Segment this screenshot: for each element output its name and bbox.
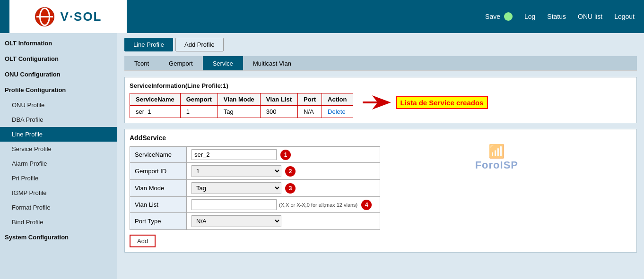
header-right: Save Log Status ONU list Logout [485, 12, 635, 21]
col-port: Port [298, 93, 322, 106]
sub-tab-gemport[interactable]: Gemport [159, 56, 203, 70]
cell-port: N/A [298, 106, 322, 118]
sidebar-item-onu-profile[interactable]: ONU Profile [0, 98, 117, 112]
arrow-icon [363, 95, 391, 110]
sidebar-item-service-profile[interactable]: Service Profile [0, 142, 117, 156]
onu-list-link[interactable]: ONU list [578, 13, 602, 20]
vsol-logo-icon [34, 6, 55, 27]
form-row-service-name: ServiceName 1 [130, 147, 380, 163]
sidebar-item-line-profile[interactable]: Line Profile [0, 127, 117, 142]
vlan-mode-select[interactable]: TagUntagTransparent [191, 182, 281, 194]
add-service-title: AddService [130, 134, 632, 142]
col-gemport: Gemport [180, 93, 218, 106]
service-name-input[interactable] [191, 149, 277, 160]
sidebar-item-pri-profile[interactable]: Pri Profile [0, 171, 117, 186]
cell-service-name: ser_1 [130, 106, 181, 118]
add-service-section: 📶 ForoISP AddService ServiceName 1 [124, 129, 637, 253]
label-vlan-mode: Vlan Mode [130, 180, 187, 197]
log-link[interactable]: Log [524, 13, 535, 20]
step-badge-1: 1 [280, 150, 291, 160]
sub-tab-multicast-vlan[interactable]: Multicast Vlan [243, 56, 301, 70]
cell-vlan-mode: Tag [218, 106, 260, 118]
label-vlan-list: Vlan List [130, 197, 187, 213]
cell-vlan-list: 300 [260, 106, 297, 118]
save-label[interactable]: Save [485, 13, 500, 20]
sub-tab-service[interactable]: Service [203, 56, 243, 70]
step-badge-2: 2 [285, 166, 296, 177]
label-port-type: Port Type [130, 213, 187, 230]
sidebar-item-bind-profile[interactable]: Bind Profile [0, 215, 117, 229]
add-button[interactable]: Add [130, 235, 156, 247]
delete-link[interactable]: Delete [328, 108, 346, 115]
watermark-text: ForoISP [475, 159, 518, 171]
service-info-table: ServiceName Gemport Vlan Mode Vlan List … [130, 93, 353, 118]
top-tab-bar: Line Profile Add Profile [124, 38, 637, 51]
sidebar-item-alarm-profile[interactable]: Alarm Profile [0, 156, 117, 171]
sidebar-item-olt-configuration[interactable]: OLT Configuration [0, 51, 117, 67]
step-badge-4: 4 [361, 200, 372, 210]
form-row-vlan-mode: Vlan Mode TagUntagTransparent 3 [130, 180, 380, 197]
gemport-id-select[interactable]: 1234 [191, 165, 281, 177]
form-row-gemport-id: Gemport ID 1234 2 [130, 163, 380, 180]
logo-text: V·SOL [60, 9, 102, 24]
svg-marker-3 [363, 95, 391, 110]
vlan-hint: (X,X or X-X;0 for all;max 12 vlans) [279, 202, 357, 208]
sub-tab-tcont[interactable]: Tcont [124, 56, 159, 70]
cell-gemport: 1 [180, 106, 218, 118]
logo-area: V·SOL [9, 0, 127, 33]
annotation-label: Lista de Service creados [396, 96, 488, 109]
label-service-name: ServiceName [130, 147, 187, 163]
layout: OLT Information OLT Configuration ONU Co… [0, 33, 644, 279]
step-badge-3: 3 [285, 183, 296, 194]
watermark: 📶 ForoISP [475, 144, 518, 171]
sidebar-item-system-configuration[interactable]: System Configuration [0, 229, 117, 245]
form-row-port-type: Port Type N/AETHPOTS [130, 213, 380, 230]
watermark-foro: Foro [475, 159, 500, 171]
sidebar-item-dba-profile[interactable]: DBA Profile [0, 112, 117, 127]
sub-tab-bar: Tcont Gemport Service Multicast Vlan [124, 56, 637, 71]
form-row-vlan-list: Vlan List (X,X or X-X;0 for all;max 12 v… [130, 197, 380, 213]
port-type-select[interactable]: N/AETHPOTS [191, 215, 281, 227]
col-vlan-list: Vlan List [260, 93, 297, 106]
table-row: ser_1 1 Tag 300 N/A Delete [130, 106, 353, 118]
tab-line-profile[interactable]: Line Profile [124, 38, 173, 51]
service-info-title: ServiceInformation(Line Profile:1) [130, 82, 632, 89]
header: V·SOL Save Log Status ONU list Logout [0, 0, 644, 33]
col-service-name: ServiceName [130, 93, 181, 106]
sidebar-item-format-profile[interactable]: Format Profile [0, 200, 117, 215]
wifi-icon: 📶 [475, 144, 518, 159]
status-indicator [504, 12, 513, 21]
sidebar-item-profile-configuration[interactable]: Profile Configuration [0, 82, 117, 98]
col-vlan-mode: Vlan Mode [218, 93, 260, 106]
add-service-form: ServiceName 1 Gemport ID [130, 146, 380, 230]
label-gemport-id: Gemport ID [130, 163, 187, 180]
vlan-list-input[interactable] [191, 199, 277, 210]
status-link[interactable]: Status [547, 13, 566, 20]
main-content: Line Profile Add Profile Tcont Gemport S… [117, 33, 644, 279]
annotation-area: Lista de Service creados [363, 95, 488, 110]
col-action: Action [322, 93, 353, 106]
watermark-isp: ISP [500, 159, 518, 171]
sidebar-item-igmp-profile[interactable]: IGMP Profile [0, 186, 117, 200]
service-info-section: ServiceInformation(Line Profile:1) Servi… [124, 77, 637, 123]
save-area: Save [485, 12, 513, 21]
tab-add-profile[interactable]: Add Profile [175, 38, 224, 51]
logout-link[interactable]: Logout [614, 13, 635, 20]
sidebar-item-olt-information[interactable]: OLT Information [0, 35, 117, 51]
sidebar: OLT Information OLT Configuration ONU Co… [0, 33, 117, 279]
sidebar-item-onu-configuration[interactable]: ONU Configuration [0, 67, 117, 82]
